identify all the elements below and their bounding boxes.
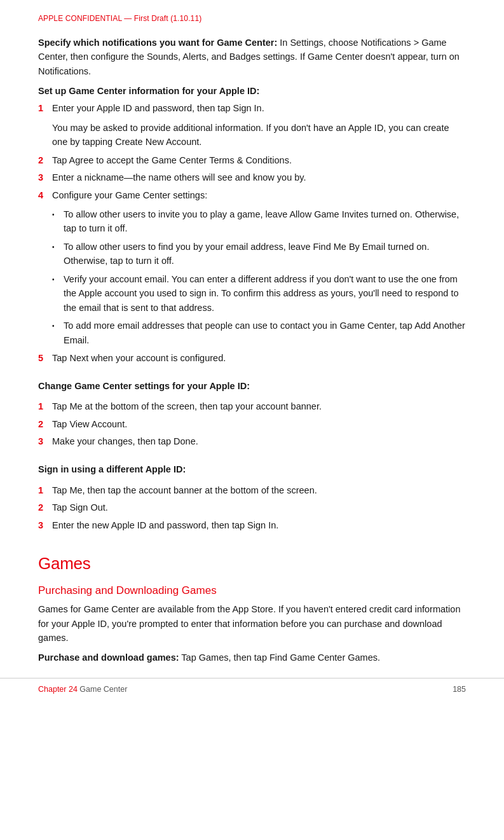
- purchasing-body: Games for Game Center are available from…: [38, 602, 466, 645]
- change-settings-heading: Change Game Center settings for your App…: [38, 380, 466, 394]
- change-step-2-num: 2: [38, 417, 52, 431]
- signin-step-2-text: Tap Sign Out.: [52, 500, 466, 514]
- change-step-3-text: Make your changes, then tap Done.: [52, 434, 466, 448]
- signin-step-3-num: 3: [38, 518, 52, 532]
- signin-step-2-num: 2: [38, 500, 52, 514]
- bullet-dot-3: •: [52, 272, 64, 285]
- step-1: 1 Enter your Apple ID and password, then…: [38, 101, 466, 115]
- bullet-dot-4: •: [52, 319, 64, 331]
- bullet-1-text: To allow other users to invite you to pl…: [64, 207, 466, 236]
- purchasing-action-text: Tap Games, then tap Find Game Center Gam…: [179, 652, 380, 663]
- setup-heading: Set up Game Center information for your …: [38, 85, 466, 99]
- change-step-2: 2 Tap View Account.: [38, 417, 466, 431]
- step-2: 2 Tap Agree to accept the Game Center Te…: [38, 153, 466, 167]
- purchasing-action-label: Purchase and download games:: [38, 652, 179, 663]
- change-step-1-text: Tap Me at the bottom of the screen, then…: [52, 399, 466, 413]
- bullet-dot-2: •: [52, 240, 64, 252]
- signin-heading: Sign in using a different Apple ID:: [38, 463, 466, 477]
- change-steps: 1 Tap Me at the bottom of the screen, th…: [38, 399, 466, 448]
- step-2-num: 2: [38, 153, 52, 167]
- step-3-text: Enter a nickname—the name others will se…: [52, 170, 466, 184]
- step-5-num: 5: [38, 351, 52, 365]
- signin-step-1: 1 Tap Me, then tap the account banner at…: [38, 483, 466, 497]
- step-1-text: Enter your Apple ID and password, then t…: [52, 101, 466, 115]
- footer-chapter: Chapter 24 Game Center: [38, 684, 127, 696]
- signin-step-1-text: Tap Me, then tap the account banner at t…: [52, 483, 466, 497]
- step-3-num: 3: [38, 170, 52, 184]
- signin-steps: 1 Tap Me, then tap the account banner at…: [38, 483, 466, 532]
- games-heading: Games: [38, 551, 466, 576]
- specify-label: Specify which notifications you want for…: [38, 38, 277, 48]
- bullet-4-text: To add more email addresses that people …: [64, 319, 466, 347]
- step-1-note: You may be asked to provide additional i…: [38, 121, 466, 149]
- signin-step-3-text: Enter the new Apple ID and password, the…: [52, 518, 466, 532]
- specify-paragraph: Specify which notifications you want for…: [38, 36, 466, 78]
- step-5: 5 Tap Next when your account is configur…: [38, 351, 466, 365]
- bullet-1: • To allow other users to invite you to …: [52, 207, 466, 236]
- step-5-text: Tap Next when your account is configured…: [52, 351, 466, 365]
- change-step-3: 3 Make your changes, then tap Done.: [38, 434, 466, 448]
- page-footer: Chapter 24 Game Center 185: [0, 678, 504, 696]
- change-step-1: 1 Tap Me at the bottom of the screen, th…: [38, 399, 466, 413]
- change-step-3-num: 3: [38, 434, 52, 448]
- change-step-1-num: 1: [38, 399, 52, 413]
- step-4: 4 Configure your Game Center settings:: [38, 188, 466, 202]
- purchasing-subheading: Purchasing and Downloading Games: [38, 582, 466, 599]
- bullet-dot-1: •: [52, 207, 64, 220]
- setup-steps: 1 Enter your Apple ID and password, then…: [38, 101, 466, 115]
- step-4-num: 4: [38, 188, 52, 202]
- bullet-4: • To add more email addresses that peopl…: [52, 319, 466, 347]
- signin-step-1-num: 1: [38, 483, 52, 497]
- step-4-bullets: • To allow other users to invite you to …: [52, 207, 466, 347]
- footer-chapter-sub: Game Center: [78, 685, 128, 694]
- bullet-2-text: To allow other users to find you by your…: [64, 240, 466, 268]
- step-1-num: 1: [38, 101, 52, 115]
- page-content: APPLE CONFIDENTIAL — First Draft (1.10.1…: [0, 0, 504, 708]
- confidential-label: APPLE CONFIDENTIAL — First Draft (1.10.1…: [38, 13, 466, 24]
- signin-step-3: 3 Enter the new Apple ID and password, t…: [38, 518, 466, 532]
- signin-step-2: 2 Tap Sign Out.: [38, 500, 466, 514]
- bullet-3: • Verify your account email. You can ent…: [52, 272, 466, 315]
- bullet-2: • To allow other users to find you by yo…: [52, 240, 466, 268]
- change-step-2-text: Tap View Account.: [52, 417, 466, 431]
- step-2-text: Tap Agree to accept the Game Center Term…: [52, 153, 466, 167]
- setup-steps-2: 2 Tap Agree to accept the Game Center Te…: [38, 153, 466, 202]
- footer-chapter-label: Chapter 24: [38, 685, 78, 694]
- bullet-3-text: Verify your account email. You can enter…: [64, 272, 466, 315]
- purchasing-action: Purchase and download games: Tap Games, …: [38, 651, 466, 664]
- step-3: 3 Enter a nickname—the name others will …: [38, 170, 466, 184]
- setup-steps-3: 5 Tap Next when your account is configur…: [38, 351, 466, 365]
- footer-page: 185: [453, 684, 466, 696]
- step-4-text: Configure your Game Center settings:: [52, 188, 466, 202]
